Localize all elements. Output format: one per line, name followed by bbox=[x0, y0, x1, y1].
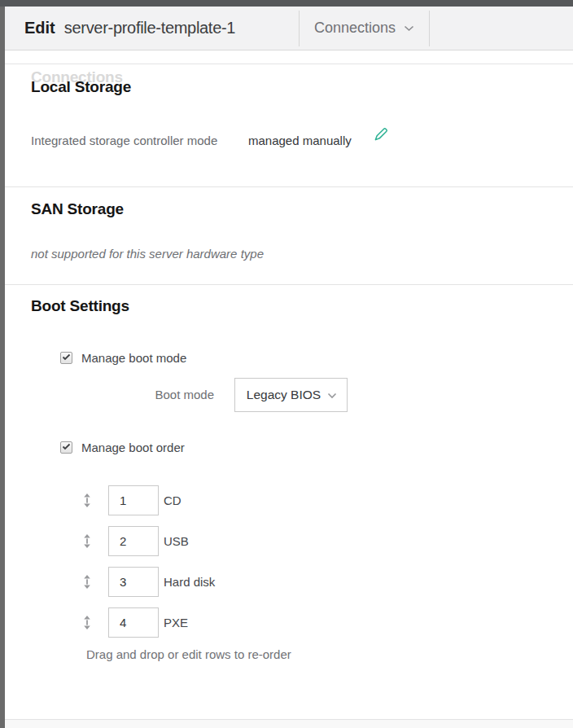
controller-mode-label: Integrated storage controller mode bbox=[31, 134, 217, 147]
divider bbox=[5, 64, 573, 64]
backdrop-top-edge bbox=[0, 0, 573, 7]
boot-device-label: USB bbox=[164, 526, 189, 556]
boot-device-label: CD bbox=[164, 485, 182, 515]
manage-boot-order-checkbox[interactable] bbox=[60, 441, 72, 454]
boot-device-label: Hard disk bbox=[164, 567, 215, 597]
chevron-down-icon bbox=[327, 393, 337, 399]
san-storage-heading: SAN Storage bbox=[31, 200, 124, 218]
section-selector-value: Connections bbox=[314, 20, 396, 37]
boot-order-row: PXE bbox=[0, 607, 573, 638]
boot-order-row: Hard disk bbox=[0, 567, 573, 597]
boot-position-input[interactable] bbox=[108, 567, 159, 597]
boot-mode-label: Boot mode bbox=[31, 378, 214, 412]
boot-order-row: CD bbox=[0, 485, 573, 515]
controller-mode-value: managed manually bbox=[248, 134, 352, 147]
profile-template-name: server-profile-template-1 bbox=[64, 19, 235, 37]
boot-position-input[interactable] bbox=[108, 526, 159, 556]
edit-label: Edit bbox=[24, 19, 55, 37]
boot-mode-select[interactable]: Legacy BIOS bbox=[234, 378, 348, 412]
boot-position-input[interactable] bbox=[108, 607, 159, 638]
manage-boot-order-label: Manage boot order bbox=[81, 441, 185, 454]
bottom-strip bbox=[5, 720, 573, 728]
drag-vertical-icon[interactable] bbox=[83, 534, 91, 548]
section-selector-dropdown[interactable]: Connections bbox=[300, 7, 429, 50]
manage-boot-mode-label: Manage boot mode bbox=[81, 351, 186, 365]
header-separator bbox=[429, 11, 430, 46]
drag-vertical-icon[interactable] bbox=[83, 616, 91, 629]
divider bbox=[5, 186, 573, 187]
check-icon bbox=[62, 443, 71, 450]
boot-order-row: USB bbox=[0, 526, 573, 556]
manage-boot-mode-checkbox[interactable] bbox=[60, 352, 72, 364]
boot-device-label: PXE bbox=[164, 607, 188, 638]
dialog-title: Edit server-profile-template-1 bbox=[24, 7, 235, 50]
drag-vertical-icon[interactable] bbox=[83, 493, 91, 507]
backdrop-left-edge bbox=[0, 7, 5, 728]
edit-controller-mode-button[interactable] bbox=[371, 125, 391, 145]
boot-position-input[interactable] bbox=[108, 485, 159, 515]
boot-order-hint: Drag and drop or edit rows to re-order bbox=[86, 647, 291, 661]
check-icon bbox=[62, 353, 71, 361]
divider bbox=[5, 284, 573, 285]
boot-settings-heading: Boot Settings bbox=[31, 297, 129, 315]
dialog-header: Edit server-profile-template-1 Connectio… bbox=[5, 7, 573, 50]
local-storage-heading: Local Storage bbox=[31, 78, 131, 96]
boot-mode-selected-value: Legacy BIOS bbox=[247, 388, 321, 402]
chevron-down-icon bbox=[404, 25, 414, 32]
san-storage-note: not supported for this server hardware t… bbox=[31, 247, 264, 261]
pencil-icon bbox=[372, 125, 390, 143]
drag-vertical-icon[interactable] bbox=[83, 575, 91, 589]
